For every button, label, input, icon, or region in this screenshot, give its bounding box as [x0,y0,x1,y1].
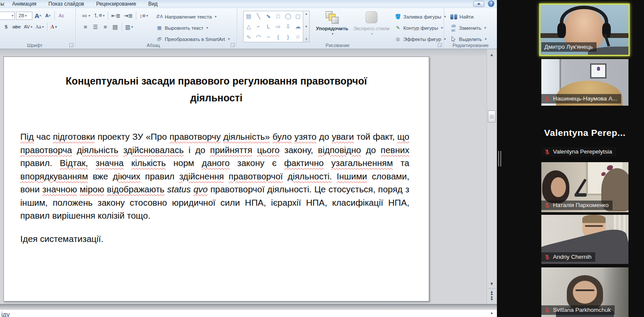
tab-review[interactable]: Рецензирование [90,0,142,8]
text-shadow-button[interactable]: S [2,22,10,31]
scroll-down-icon[interactable]: ▼ [490,282,494,286]
shape-glyph-icon[interactable]: ◯ [285,13,291,19]
columns-button[interactable]: ▥▾ [124,22,134,31]
font-color-button[interactable]: A▾ [50,22,58,31]
find-button[interactable]: Найти [450,12,474,21]
decrease-indent-button[interactable]: ⇤≣ [110,11,122,20]
drawing-dialog-launcher[interactable]: ◿ [438,43,443,48]
increase-indent-button[interactable]: ⇥≣ [123,11,134,20]
shape-glyph-icon[interactable]: ☆ [295,34,301,40]
align-right-button[interactable]: ≡ [101,22,110,31]
shape-glyph-icon[interactable]: ⇩ [286,24,290,29]
text-direction-button[interactable]: ⇵A Направление текста▾ [156,12,217,21]
select-button[interactable]: Выделить▾ [450,35,487,44]
shapes-gallery[interactable]: ▤╲⬊□◯▢△⌐L⇨⇩☁∿◠~{}☆ [243,11,303,42]
quick-styles-button[interactable]: Экспресс-стили ▾ [350,10,393,36]
align-text-icon: ▦ [156,25,163,31]
drawing-group-label: Рисование [237,43,438,48]
shape-glyph-icon[interactable]: ▤ [246,13,251,19]
participant-name-label: Svitlana Parkhomchuk [541,305,615,315]
participant-display-name: Valentyna Perep... [541,128,628,138]
zoom-video-sidebar: Дмитро Лук'янець Нашинець-Наумова А... V… [497,0,644,317]
participant-tile-5[interactable]: Andriy Chernih [541,215,628,264]
clear-formatting-button[interactable]: Aз [57,11,66,20]
participant-tile-1[interactable]: Дмитро Лук'янець [539,3,630,56]
participant-tile-4[interactable]: Наталія Пархоменко [541,162,628,212]
line-spacing-button[interactable]: ↕≡▾ [138,11,149,20]
font-dialog-launcher[interactable]: ◿ [69,43,74,48]
next-slide-button[interactable]: ▼▼ [490,296,493,301]
participant-tile-2[interactable]: Нашинець-Наумова А... [541,59,628,106]
quick-styles-icon [364,10,379,25]
shape-glyph-icon[interactable]: □ [276,13,280,19]
shape-glyph-icon[interactable]: } [287,34,289,40]
slide-title[interactable]: Концептуальні засади правового регулюван… [47,73,386,107]
help-button[interactable]: ? [488,0,494,7]
change-case-button[interactable]: Aa▾ [35,22,44,31]
slide-workspace: Концептуальні засади правового регулюван… [0,49,497,304]
select-cursor-icon [450,36,457,42]
previous-slide-button[interactable]: ▲▲ [490,291,493,295]
character-spacing-button[interactable]: AV▾ [23,22,33,31]
scrollbar-thumb[interactable] [488,110,496,122]
scroll-up-icon[interactable]: ▲ [487,53,496,57]
notes-scroll-up-icon[interactable]: ▲ [490,311,493,315]
convert-smartart-button[interactable]: 🗗 Преобразовать в SmartArt▾ [156,35,230,44]
smartart-icon: 🗗 [156,36,163,42]
tab-animation[interactable]: Анимация [6,0,42,8]
dropdown-icon: ▾ [12,14,13,18]
font-size-combo[interactable]: 28▾ [16,12,32,20]
shape-glyph-icon[interactable]: △ [246,24,251,29]
notes-splitter[interactable] [0,304,497,309]
shape-glyph-icon[interactable]: { [277,34,279,40]
strikethrough-button[interactable]: abe [12,22,22,31]
shape-glyph-icon[interactable]: ⇨ [276,24,280,29]
font-name-combo[interactable]: ▾ [0,12,15,20]
slide-idea-text[interactable]: Ідея систематизації. [20,234,412,244]
paragraph-group: ≔▾ ⒈≡▾ ⇤≣ ⇥≣ ↕≡▾ ≡ ☰ ≡ ▤ ▥▾ ⇵A [76,8,237,49]
font-group: ▾ 28▾ A˄ A˅ Aз S abe AV▾ Aa▾ A▾ Шрифт ◿ [0,8,76,49]
dropdown-icon: ▾ [25,14,27,18]
shrink-font-button[interactable]: A˅ [44,11,52,20]
tab-view[interactable]: Вид [142,0,164,8]
shape-glyph-icon[interactable]: ⬊ [266,13,271,19]
editing-group: Найти abac Заменить▾ Выделить▾ Редактиро… [444,8,497,49]
collapse-ribbon-button[interactable] [473,1,484,7]
shape-glyph-icon[interactable]: L [267,24,270,29]
shape-glyph-icon[interactable]: ▢ [295,13,300,19]
shapes-gallery-scroll[interactable]: ▲ ▼ ⊽ [303,11,310,42]
gallery-down-icon: ▼ [305,25,308,28]
align-center-button[interactable]: ☰ [91,22,100,31]
sidebar-resize-handle[interactable] [498,151,501,166]
participant-name-label: Valentyna Perepelytsia [541,147,616,157]
shape-glyph-icon[interactable]: ◠ [256,34,261,40]
shape-effects-button[interactable]: ◍ Эффекты фигур▾ [395,35,446,44]
tab-transitions-partial[interactable]: ы [0,0,6,8]
justify-button[interactable]: ▤ [111,22,119,31]
arrange-button[interactable]: Упорядочить ▾ [315,10,349,36]
participant-tile-3[interactable]: Valentyna Perep... Valentyna Perepelytsi… [541,109,628,159]
arrange-icon [325,10,339,25]
muted-mic-icon [544,307,550,313]
slide-vertical-scrollbar[interactable]: ▲ ▼ ▲▲ ▼▼ [487,49,496,304]
participant-tile-6[interactable]: Svitlana Parkhomchuk [541,267,628,317]
shape-outline-button[interactable]: ✎ Контур фигуры▾ [395,23,443,32]
notes-pane[interactable]: іду ▲ [0,309,497,317]
shape-glyph-icon[interactable]: ☁ [295,24,301,29]
align-left-button[interactable]: ≡ [81,22,90,31]
tab-slideshow[interactable]: Показ слайдов [42,0,90,8]
shape-glyph-icon[interactable]: ~ [267,34,270,40]
shape-fill-button[interactable]: 🪣 Заливка фигуры▾ [395,12,446,21]
shape-glyph-icon[interactable]: ⌐ [257,24,260,29]
shape-glyph-icon[interactable]: ∿ [246,34,251,40]
participant-name-label: Andriy Chernih [541,252,595,262]
grow-font-button[interactable]: A˄ [34,11,42,20]
bullets-button[interactable]: ≔▾ [81,11,91,20]
paragraph-dialog-launcher[interactable]: ◿ [231,43,236,48]
slide-body[interactable]: Під час підготовки проекту ЗУ «Про право… [20,130,409,223]
replace-button[interactable]: abac Заменить▾ [450,23,486,32]
slide-canvas[interactable]: Концептуальні засади правового регулюван… [3,56,429,301]
numbering-button[interactable]: ⒈≡▾ [92,11,106,20]
align-text-button[interactable]: ▦ Выровнять текст▾ [156,23,208,32]
shape-glyph-icon[interactable]: ╲ [257,13,260,19]
